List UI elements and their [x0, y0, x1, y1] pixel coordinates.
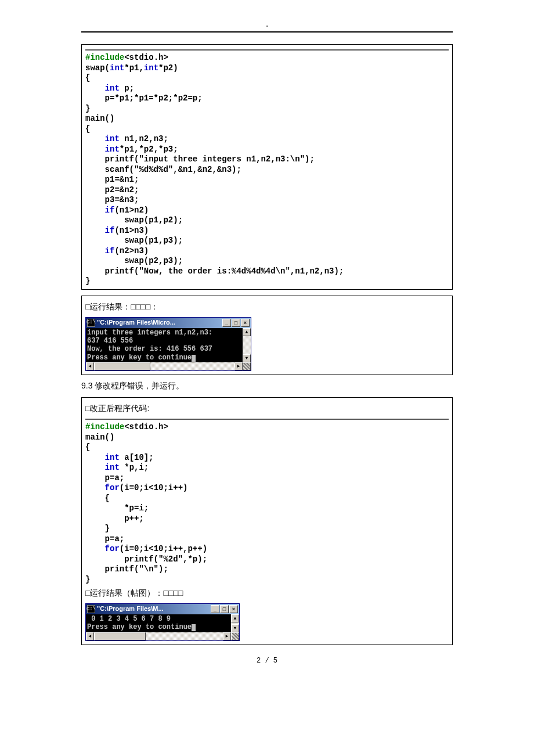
hscroll-thumb[interactable] — [94, 362, 150, 370]
include-file: <stdio.h> — [124, 422, 168, 431]
assign-p1: p1=&n1; — [85, 175, 139, 184]
fn-main: main() — [85, 114, 114, 123]
hscroll-track[interactable] — [94, 632, 223, 640]
console-app-icon: C:\ — [87, 319, 95, 327]
kw-include: #include — [85, 422, 124, 431]
header-rule — [81, 31, 453, 33]
kw-int: int — [110, 63, 124, 73]
console-output: 0 1 2 3 4 5 6 7 8 9 Press any key to con… — [86, 614, 231, 632]
scanf: scanf("%d%d%d",&n1,&n2,&n3); — [85, 165, 241, 174]
scroll-left-button[interactable]: ◄ — [86, 362, 94, 370]
kw-int: int — [105, 134, 120, 143]
assign-star-p: *p=i; — [85, 503, 149, 513]
indent — [85, 246, 105, 255]
scroll-down-button[interactable]: ▼ — [231, 624, 239, 632]
resize-grip-icon[interactable] — [231, 632, 239, 640]
console-title: "C:\Program Files\M... — [97, 605, 211, 613]
indent — [85, 463, 105, 472]
console-output: input three integers n1,n2,n3: 637 416 5… — [86, 328, 243, 363]
printf-result: printf("Now, the order is:%4d%4d%4d\n",n… — [85, 267, 344, 276]
brace-open: { — [85, 442, 90, 452]
brace-open: { — [85, 494, 110, 503]
cond3: (n2>n3) — [114, 246, 149, 255]
assign-p3: p3=&n3; — [85, 195, 139, 204]
kw-int: int — [105, 463, 120, 472]
code-block-2: #include<stdio.h> main() { int a[10]; in… — [85, 419, 449, 585]
scroll-left-button[interactable]: ◄ — [86, 632, 94, 640]
decl-a: a[10]; — [120, 453, 154, 462]
indent — [85, 206, 105, 215]
result-cell-1: □运行结果：□□□□： C:\ "C:\Program Files\Micro.… — [81, 296, 453, 376]
hscroll-thumb[interactable] — [94, 632, 146, 640]
p-inc: p++; — [85, 514, 144, 523]
con2-line1: 0 1 2 3 4 5 6 7 8 9 — [87, 615, 171, 623]
vertical-scrollbar[interactable]: ▲ ▼ — [231, 614, 239, 632]
scroll-track[interactable] — [243, 336, 251, 355]
cursor-icon — [192, 624, 196, 631]
hscroll-track[interactable] — [94, 362, 234, 370]
scroll-down-button[interactable]: ▼ — [243, 354, 251, 362]
decl-n: n1,n2,n3; — [120, 134, 168, 143]
scroll-up-button[interactable]: ▲ — [231, 614, 239, 622]
kw-for: for — [105, 483, 120, 492]
code-block-1: #include<stdio.h> swap(int*p1,int*p2) { … — [85, 49, 449, 287]
cond1: (n1>n2) — [114, 206, 149, 215]
maximize-button[interactable]: □ — [232, 319, 240, 327]
kw-if: if — [105, 226, 115, 235]
indent — [85, 453, 105, 462]
kw-include: #include — [85, 53, 124, 62]
printf-item: printf("%2d",*p); — [85, 555, 207, 564]
result-label-1: □运行结果：□□□□： — [85, 302, 449, 312]
decl-pi: *p,i; — [120, 463, 149, 472]
brace-close: } — [85, 276, 90, 286]
resize-grip-icon[interactable] — [243, 362, 251, 370]
console-titlebar[interactable]: C:\ "C:\Program Files\Micro... _ □ × — [86, 318, 251, 328]
close-button[interactable]: × — [241, 319, 250, 327]
vertical-scrollbar[interactable]: ▲ ▼ — [243, 328, 251, 363]
brace-open: { — [85, 124, 90, 134]
scroll-right-button[interactable]: ► — [223, 632, 231, 640]
page-number: 2 / 5 — [81, 657, 453, 665]
brace-open: { — [85, 73, 90, 82]
console-titlebar[interactable]: C:\ "C:\Program Files\M... _ □ × — [86, 604, 239, 614]
kw-if: if — [105, 206, 115, 215]
scroll-right-button[interactable]: ► — [234, 362, 243, 370]
kw-int: int — [105, 453, 120, 462]
horizontal-scrollbar[interactable]: ◄ ► — [86, 632, 239, 640]
kw-for: for — [105, 544, 120, 553]
assign-p2: p2=&n2; — [85, 185, 139, 195]
include-file: <stdio.h> — [124, 53, 168, 62]
console-title: "C:\Program Files\Micro... — [97, 319, 222, 326]
con1-line2: 637 416 556 — [87, 337, 133, 345]
minimize-button[interactable]: _ — [211, 605, 219, 613]
scroll-up-button[interactable]: ▲ — [243, 328, 251, 336]
console-app-icon: C:\ — [87, 605, 95, 613]
con2-line2: Press any key to continue — [87, 623, 192, 631]
kw-int: int — [144, 63, 158, 73]
param2: *p2) — [158, 63, 178, 73]
indent — [85, 483, 105, 492]
code-cell-1: #include<stdio.h> swap(int*p1,int*p2) { … — [81, 44, 453, 290]
fn-main: main() — [85, 433, 114, 442]
decl-p: p; — [120, 84, 134, 93]
section-9-3: 9.3 修改程序错误，并运行。 — [81, 381, 453, 391]
cursor-icon — [192, 355, 196, 362]
close-button[interactable]: × — [229, 605, 238, 613]
swap-body: p=*p1;*p1=*p2;*p2=p; — [85, 93, 203, 103]
reset-p: p=a; — [85, 534, 124, 543]
assign-pa: p=a; — [85, 473, 124, 483]
indent — [85, 134, 105, 143]
kw-if: if — [105, 246, 115, 255]
horizontal-scrollbar[interactable]: ◄ ► — [86, 362, 251, 370]
indent — [85, 544, 105, 553]
maximize-button[interactable]: □ — [220, 605, 229, 613]
cond2: (n1>n3) — [114, 226, 149, 235]
minimize-button[interactable]: _ — [222, 319, 231, 327]
code-cell-2: □改正后程序代码: #include<stdio.h> main() { int… — [81, 397, 453, 645]
param1: *p1, — [124, 63, 144, 73]
call-swap13: swap(p1,p3); — [85, 236, 183, 245]
for-header1: (i=0;i<10;i++) — [120, 483, 188, 492]
indent — [85, 226, 105, 235]
fix-label: □改正后程序代码: — [85, 404, 449, 414]
console-window-1: C:\ "C:\Program Files\Micro... _ □ × inp… — [85, 317, 251, 372]
